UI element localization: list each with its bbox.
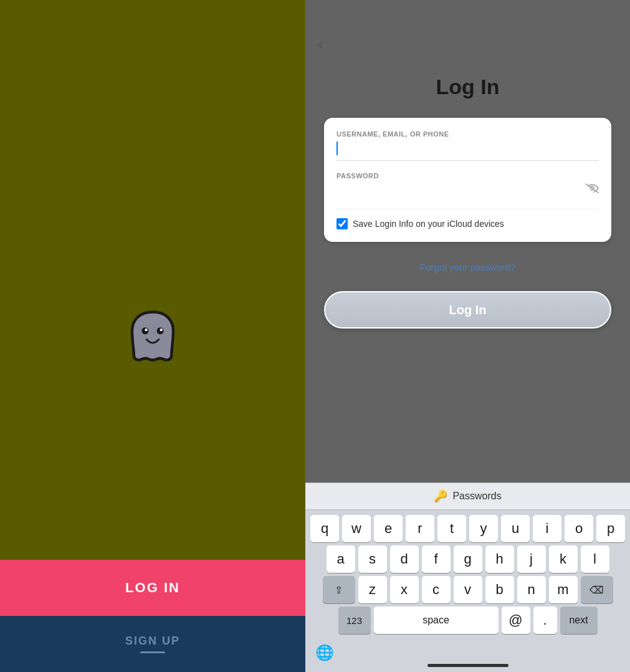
key-s[interactable]: s [358, 545, 387, 573]
form-divider [336, 209, 599, 209]
username-field-wrapper [336, 142, 599, 161]
svg-point-2 [157, 327, 164, 334]
right-panel: ‹ Log In USERNAME, EMAIL, OR PHONE PASSW… [305, 0, 630, 672]
passwords-bar[interactable]: 🔑 Passwords [305, 482, 630, 510]
key-q[interactable]: q [310, 515, 339, 542]
key-m[interactable]: m [549, 576, 578, 603]
signup-underline [140, 651, 165, 653]
key-z[interactable]: z [358, 576, 387, 603]
dot-key[interactable]: . [533, 607, 557, 634]
username-field-label: USERNAME, EMAIL, OR PHONE [336, 130, 599, 138]
left-login-button[interactable]: LOG IN [0, 560, 305, 616]
key-f[interactable]: f [422, 545, 451, 573]
key-l[interactable]: l [581, 545, 609, 573]
key-c[interactable]: c [422, 576, 451, 603]
left-panel: LOG IN SIGN UP [0, 0, 305, 672]
keyboard-row-4: 123 space @ . next [308, 607, 628, 634]
password-field-label: PASSWORD [336, 172, 599, 180]
key-j[interactable]: j [517, 545, 546, 573]
key-p[interactable]: p [596, 515, 625, 542]
keyboard-area: 🔑 Passwords q w e r t y u i o p a s d [305, 482, 630, 672]
key-k[interactable]: k [549, 545, 578, 573]
keyboard-rows: q w e r t y u i o p a s d f g h j k [305, 510, 630, 640]
space-key[interactable]: space [374, 607, 499, 634]
at-key[interactable]: @ [502, 607, 530, 634]
home-indicator [427, 664, 508, 667]
key-r[interactable]: r [406, 515, 434, 542]
icloud-label: Save Login Info on your iCloud devices [353, 219, 504, 229]
key-a[interactable]: a [327, 545, 355, 573]
backspace-key[interactable]: ⌫ [581, 576, 613, 603]
shift-key[interactable]: ⇧ [323, 576, 355, 603]
snapchat-ghost-logo [118, 302, 187, 370]
num-key[interactable]: 123 [338, 607, 371, 634]
key-u[interactable]: u [501, 515, 530, 542]
left-signup-button[interactable]: SIGN UP [0, 616, 305, 672]
status-bar [305, 0, 630, 31]
svg-point-3 [160, 329, 163, 331]
icloud-checkbox[interactable] [336, 218, 348, 229]
password-input[interactable] [336, 184, 585, 196]
svg-point-1 [145, 329, 147, 331]
bottom-bar: 🌐 [305, 640, 630, 666]
svg-point-0 [141, 327, 148, 334]
bottom-buttons: LOG IN SIGN UP [0, 560, 305, 672]
key-d[interactable]: d [390, 545, 419, 573]
form-card: USERNAME, EMAIL, OR PHONE PASSWORD [324, 118, 611, 242]
page-title: Log In [436, 75, 500, 99]
login-action-button[interactable]: Log In [324, 291, 611, 329]
key-w[interactable]: w [342, 515, 371, 542]
key-e[interactable]: e [374, 515, 403, 542]
text-cursor [336, 142, 338, 155]
key-o[interactable]: o [565, 515, 593, 542]
right-content: Log In USERNAME, EMAIL, OR PHONE PASSWOR… [305, 31, 630, 329]
passwords-bar-label: Passwords [452, 491, 501, 502]
key-x[interactable]: x [390, 576, 419, 603]
key-b[interactable]: b [485, 576, 514, 603]
keyboard-row-2: a s d f g h j k l [308, 545, 628, 573]
forgot-password-link[interactable]: Forgot your password? [420, 262, 515, 272]
password-field-wrapper [336, 183, 599, 201]
key-g[interactable]: g [454, 545, 482, 573]
icloud-row: Save Login Info on your iCloud devices [336, 218, 599, 229]
keyboard-row-1: q w e r t y u i o p [308, 515, 628, 542]
key-v[interactable]: v [454, 576, 482, 603]
key-i[interactable]: i [533, 515, 561, 542]
globe-icon[interactable]: 🌐 [315, 644, 334, 661]
key-h[interactable]: h [485, 545, 514, 573]
next-key[interactable]: next [560, 607, 598, 634]
key-n[interactable]: n [517, 576, 546, 603]
key-icon: 🔑 [434, 489, 447, 503]
show-password-icon[interactable] [585, 183, 599, 196]
back-button[interactable]: ‹ [318, 34, 323, 54]
key-y[interactable]: y [469, 515, 498, 542]
key-t[interactable]: t [437, 515, 466, 542]
keyboard-row-3: ⇧ z x c v b n m ⌫ [308, 576, 628, 603]
